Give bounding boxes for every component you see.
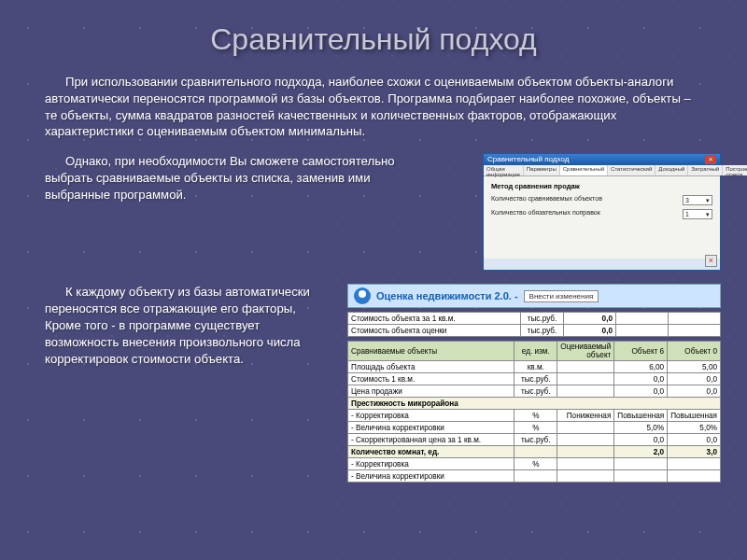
slide-title: Сравнительный подход [0, 0, 747, 74]
table-row: - Величина корректировки%5,0%5,0% [348, 422, 721, 434]
tab-cost[interactable]: Затратный [688, 165, 723, 175]
tab-general[interactable]: Общая информация [484, 165, 524, 175]
tab-comparative[interactable]: Сравнительный [560, 165, 608, 175]
table-row: - Корректировка%ПониженнаяПовышеннаяПовы… [348, 410, 721, 422]
dialog-heading: Метод сравнения продаж [491, 182, 712, 190]
status-close-icon[interactable]: × [705, 255, 717, 267]
col-objects: Сравниваемые объекты [348, 342, 514, 361]
table-row: - Корректировка% [348, 458, 721, 470]
apply-changes-button[interactable]: Внести изменения [524, 290, 599, 302]
table-row: Стоимость объекта оценкитыс.руб.0,0 [348, 325, 721, 337]
corrections-count-input[interactable]: 1▾ [683, 209, 712, 219]
table-row: Стоимость объекта за 1 кв.м.тыс.руб.0,0 [348, 313, 721, 325]
app-title: Оценка недвижимости 2.0. - [376, 290, 518, 301]
tab-income[interactable]: Доходный [655, 165, 688, 175]
table-row: - Скорректированная цена за 1 кв.м.тыс.р… [348, 434, 721, 446]
tab-report[interactable]: Построение отчета [723, 165, 747, 175]
comparison-table: Сравниваемые объекты ед. изм. Оцениваемы… [347, 341, 721, 483]
section-prestige: Престижность микрорайона [348, 398, 721, 410]
table-row: Стоимость 1 кв.м.тыс.руб.0,00,0 [348, 373, 721, 385]
col-obj6: Объект 6 [614, 342, 668, 361]
intro-paragraph: При использовании сравнительного подхода… [0, 74, 747, 153]
app-header: Оценка недвижимости 2.0. - Внести измене… [347, 284, 721, 308]
paragraph-2: Однако, при необходимости Вы сможете сам… [45, 153, 428, 203]
dialog-title: Сравнительный подход [487, 154, 569, 165]
compare-count-input[interactable]: 3▾ [683, 195, 712, 205]
col-unit: ед. изм. [514, 342, 557, 361]
paragraph-3: К каждому объекту из базы автоматически … [45, 284, 325, 367]
table-row: Площадь объектакв.м.6,005,00 [348, 361, 721, 373]
tab-params[interactable]: Параметры [524, 165, 560, 175]
dialog-titlebar: Сравнительный подход × [484, 154, 720, 165]
tab-statistical[interactable]: Статистический [608, 165, 655, 175]
table-row: - Величина корректировки [348, 470, 721, 483]
col-evaluated: Оцениваемый объект [557, 342, 614, 361]
spinner-icon: ▾ [706, 211, 710, 218]
corrections-count-label: Количество обязательных поправок [491, 209, 600, 219]
dialog-tabs: Общая информация Параметры Сравнительный… [484, 165, 720, 176]
avatar-icon [354, 287, 371, 304]
table-row: Цена продажитыс.руб.0,00,0 [348, 385, 721, 398]
settings-dialog: Сравнительный подход × Общая информация … [483, 153, 721, 271]
compare-count-label: Количество сравниваемых объектов [491, 195, 602, 205]
section-rooms: Количество комнат, ед.2,03,0 [348, 446, 721, 458]
col-obj0: Объект 0 [668, 342, 721, 361]
summary-table: Стоимость объекта за 1 кв.м.тыс.руб.0,0 … [347, 312, 721, 337]
close-icon[interactable]: × [705, 155, 716, 164]
spinner-icon: ▾ [706, 197, 710, 204]
